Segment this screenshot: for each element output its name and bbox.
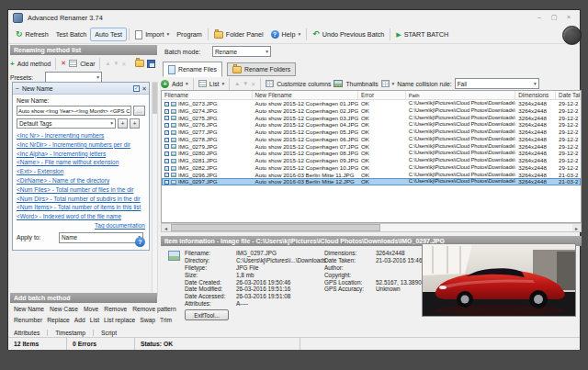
table-row[interactable]: ✓IMG_0297.JPGAuto show 2016-03 Berlin Mi… — [162, 178, 581, 185]
collapse-icon[interactable]: − — [16, 85, 19, 92]
minimize-button[interactable]: – — [532, 11, 547, 23]
method-link[interactable]: List replace — [104, 317, 135, 323]
method-link[interactable]: Add — [74, 317, 85, 323]
clear-button[interactable]: Clear — [80, 61, 95, 67]
start-batch-button[interactable]: ▶ START BATCH — [392, 28, 452, 40]
new-name-input[interactable] — [17, 106, 131, 116]
import-button[interactable]: Import ▾ — [131, 28, 173, 41]
load-preset-icon[interactable] — [135, 60, 144, 67]
row-checkbox[interactable]: ✓ — [164, 166, 169, 171]
row-checkbox[interactable]: ✓ — [164, 116, 169, 120]
auto-test-toggle[interactable]: Auto Test — [90, 28, 127, 41]
insert-tag-button[interactable]: + — [118, 118, 128, 129]
add-files-button[interactable]: Add — [172, 81, 183, 87]
move-down-icon[interactable]: ▼ — [243, 81, 248, 86]
batch-mode-select[interactable]: Rename ▾ — [212, 46, 271, 57]
row-checkbox[interactable]: ✓ — [164, 159, 169, 163]
row-checkbox[interactable]: ✓ — [164, 151, 169, 156]
program-button[interactable]: Program — [173, 28, 206, 40]
customize-columns-button[interactable]: Customize columns — [277, 81, 331, 87]
method-enabled-checkbox[interactable]: ✓ — [133, 85, 140, 92]
method-link[interactable]: New Name — [14, 306, 44, 312]
row-checkbox[interactable]: ✓ — [164, 109, 169, 114]
table-row[interactable]: ✓IMG_0275.JPGAuto show 2015-12 Copenhage… — [162, 115, 581, 122]
row-checkbox[interactable]: ✓ — [164, 102, 169, 107]
undo-previous-batch-button[interactable]: ↶ Undo Previous Batch — [309, 28, 388, 40]
method-link[interactable]: Timestamp — [47, 330, 93, 336]
tag-link[interactable]: <Num Files> - Total number of files in t… — [17, 185, 145, 195]
tag-link[interactable]: <Name> - File name without extension — [17, 158, 145, 167]
row-checkbox[interactable]: ✓ — [164, 138, 169, 142]
column-header[interactable]: Date Tak — [556, 91, 581, 99]
apply-to-select[interactable]: Name ▾ — [59, 232, 143, 243]
column-header[interactable]: Dimensions — [515, 91, 556, 99]
table-row[interactable]: ✓IMG_0274.JPGAuto show 2015-12 Copenhage… — [162, 107, 581, 115]
method-link[interactable]: Move — [84, 306, 98, 312]
method-link[interactable]: Remove — [104, 306, 127, 312]
row-checkbox[interactable]: ✓ — [164, 130, 169, 135]
column-header[interactable]: Filename — [162, 91, 253, 99]
remove-item-icon[interactable]: ✕ — [251, 81, 255, 87]
column-header[interactable]: New Filename — [253, 91, 358, 99]
delete-icon[interactable]: ✕ — [121, 61, 126, 67]
method-close-icon[interactable]: × — [142, 85, 146, 92]
tag-documentation-link[interactable]: Tag documentation — [17, 222, 145, 229]
tag-link[interactable]: <DirName> - Name of the directory — [17, 176, 145, 185]
horizontal-scrollbar[interactable]: ◂ ▸ — [161, 223, 582, 232]
table-row[interactable]: ✓IMG_0278.JPGAuto show 2015-12 Copenhage… — [162, 136, 581, 143]
method-link[interactable]: Remove pattern — [132, 306, 176, 312]
move-down-icon[interactable]: ▼ — [113, 61, 119, 66]
column-header[interactable]: Path — [406, 91, 515, 99]
close-button[interactable]: × — [561, 11, 576, 23]
save-preset-icon[interactable] — [147, 60, 155, 68]
move-up-icon[interactable]: ▲ — [105, 61, 110, 66]
add-method-button[interactable]: Add method — [17, 61, 51, 67]
method-link[interactable]: Replace — [47, 317, 70, 323]
maximize-button[interactable]: ▢ — [547, 11, 561, 23]
move-up-icon[interactable]: ▲ — [234, 81, 240, 86]
method-list-scrollbar[interactable] — [152, 82, 158, 297]
tag-link[interactable]: <Word> - Indexed word of the file name — [17, 212, 145, 221]
method-link[interactable]: New Case — [50, 306, 78, 312]
column-header[interactable]: Error — [358, 91, 406, 99]
remove-method-icon[interactable]: ✕ — [61, 60, 66, 67]
tag-link[interactable]: <Inc NrDir> - Incrementing numbers per d… — [17, 140, 145, 150]
method-link[interactable]: Trim — [160, 317, 172, 323]
browse-button[interactable]: … — [133, 106, 145, 116]
method-link[interactable]: List — [90, 317, 99, 323]
method-box-header[interactable]: − New Name ✓ × — [13, 83, 149, 95]
table-row[interactable]: ✓IMG_0282.JPGAuto show 2015-12 Copenhage… — [162, 164, 581, 172]
refresh-button[interactable]: ↻ Refresh — [12, 28, 52, 40]
view-mode-icon[interactable] — [381, 80, 390, 87]
row-checkbox[interactable]: ✓ — [164, 144, 169, 149]
test-batch-button[interactable]: Test Batch — [52, 28, 91, 40]
table-row[interactable]: ✓IMG_0296.JPGAuto show 2016-03 Berlin Mi… — [162, 172, 581, 179]
title-bar[interactable]: Advanced Renamer 3.74 — [8, 10, 580, 26]
help-button[interactable]: ? Help ▾ — [267, 28, 305, 40]
folder-panel-button[interactable]: Folder Panel — [210, 28, 267, 40]
method-link[interactable]: Swap — [140, 317, 155, 323]
row-checkbox[interactable]: ✓ — [164, 180, 169, 185]
table-row[interactable]: ✓IMG_0273.JPGAuto show 2015-12 Copenhage… — [162, 100, 581, 107]
table-row[interactable]: ✓IMG_0279.JPGAuto show 2015-12 Copenhage… — [162, 143, 581, 151]
method-link[interactable]: Renumber — [14, 317, 42, 323]
method-help-icon[interactable]: ? — [135, 237, 145, 247]
tab-rename-files[interactable]: Rename Files — [163, 62, 222, 77]
tag-link[interactable]: <Inc Nr> - Incrementing numbers — [17, 131, 145, 140]
tag-link[interactable]: <Num Items> - Total number of items in t… — [17, 203, 145, 212]
table-row[interactable]: ✓IMG_0281.JPGAuto show 2015-12 Copenhage… — [162, 157, 581, 164]
tag-link[interactable]: <Ext> - Extension — [17, 167, 145, 176]
scrollbar-thumb[interactable] — [171, 224, 380, 231]
method-link[interactable]: Script — [93, 330, 124, 336]
default-tags-select[interactable]: Default Tags ▾ — [17, 118, 116, 129]
tab-rename-folders[interactable]: Rename Folders — [227, 62, 296, 76]
table-row[interactable]: ✓IMG_0276.JPGAuto show 2015-12 Copenhage… — [162, 121, 581, 129]
collision-rule-select[interactable]: Fail ▾ — [455, 78, 539, 89]
tag-link[interactable]: <Num Dirs> - Total number of subdirs in … — [17, 195, 145, 204]
row-checkbox[interactable]: ✓ — [164, 173, 169, 177]
scroll-left-icon[interactable]: ◂ — [162, 224, 170, 231]
scroll-right-icon[interactable]: ▸ — [572, 224, 581, 231]
table-row[interactable]: ✓IMG_0280.JPGAuto show 2015-12 Copenhage… — [162, 150, 581, 157]
thumbnails-button[interactable]: Thumbnails — [345, 81, 378, 87]
row-checkbox[interactable]: ✓ — [164, 123, 169, 128]
